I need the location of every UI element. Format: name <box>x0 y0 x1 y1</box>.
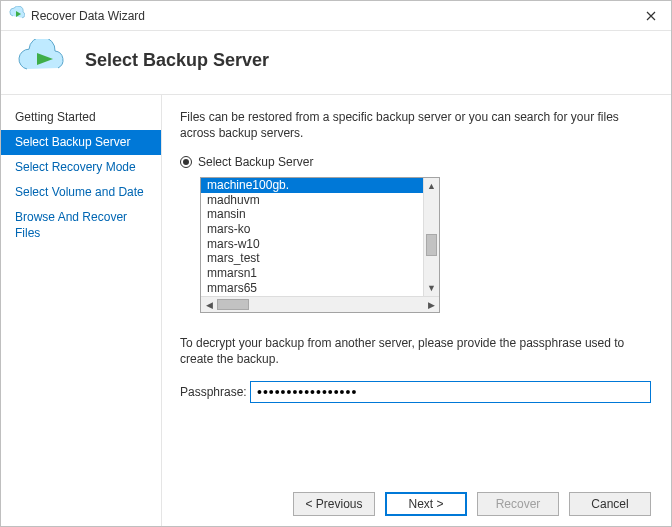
footer: < Previous Next > Recover Cancel <box>180 478 651 516</box>
body: Getting Started Select Backup Server Sel… <box>1 94 671 526</box>
header-icon <box>15 39 67 82</box>
app-icon <box>9 6 25 25</box>
server-list-item[interactable]: madhuvm <box>201 193 423 208</box>
sidebar-item-select-recovery-mode[interactable]: Select Recovery Mode <box>1 155 161 180</box>
previous-button[interactable]: < Previous <box>293 492 375 516</box>
close-icon <box>646 11 656 21</box>
titlebar-left: Recover Data Wizard <box>9 6 145 25</box>
passphrase-row: Passphrase: <box>180 381 651 403</box>
hscroll-track[interactable] <box>217 297 423 312</box>
page-title: Select Backup Server <box>85 50 269 71</box>
decrypt-note: To decrypt your backup from another serv… <box>180 335 651 367</box>
sidebar: Getting Started Select Backup Server Sel… <box>1 95 161 526</box>
scroll-thumb[interactable] <box>426 234 437 256</box>
header: Select Backup Server <box>1 31 671 94</box>
intro-text: Files can be restored from a specific ba… <box>180 109 651 141</box>
server-list-item[interactable]: mmars65 <box>201 281 423 296</box>
server-list-item[interactable]: machine100gb. <box>201 178 423 193</box>
server-list-item[interactable]: mars-ko <box>201 222 423 237</box>
server-list-item[interactable]: mars_test <box>201 251 423 266</box>
cancel-button[interactable]: Cancel <box>569 492 651 516</box>
close-button[interactable] <box>631 2 671 30</box>
scroll-track[interactable] <box>424 194 439 280</box>
horizontal-scrollbar[interactable]: ◀ ▶ <box>201 296 439 312</box>
server-list-item[interactable]: mars-w10 <box>201 237 423 252</box>
content: Files can be restored from a specific ba… <box>161 95 671 526</box>
vertical-scrollbar[interactable]: ▲ ▼ <box>423 178 439 296</box>
sidebar-item-select-backup-server[interactable]: Select Backup Server <box>1 130 161 155</box>
scroll-left-icon[interactable]: ◀ <box>201 297 217 312</box>
recover-button: Recover <box>477 492 559 516</box>
sidebar-item-browse-and-recover-files[interactable]: Browse And Recover Files <box>1 205 161 246</box>
server-list-item[interactable]: mmarsn1 <box>201 266 423 281</box>
scroll-right-icon[interactable]: ▶ <box>423 297 439 312</box>
sidebar-item-getting-started: Getting Started <box>1 105 161 130</box>
hscroll-thumb[interactable] <box>217 299 249 310</box>
next-button[interactable]: Next > <box>385 492 467 516</box>
select-backup-server-radio[interactable]: Select Backup Server <box>180 155 651 169</box>
server-list-item[interactable]: mansin <box>201 207 423 222</box>
radio-icon <box>180 156 192 168</box>
radio-label: Select Backup Server <box>198 155 313 169</box>
window-title: Recover Data Wizard <box>31 9 145 23</box>
titlebar: Recover Data Wizard <box>1 1 671 31</box>
sidebar-item-select-volume-and-date[interactable]: Select Volume and Date <box>1 180 161 205</box>
passphrase-input[interactable] <box>250 381 651 403</box>
scroll-up-icon[interactable]: ▲ <box>424 178 439 194</box>
passphrase-label: Passphrase: <box>180 385 242 399</box>
server-listbox[interactable]: machine100gb.madhuvmmansinmars-komars-w1… <box>200 177 440 313</box>
wizard-window: Recover Data Wizard Select Backup Server… <box>0 0 672 527</box>
scroll-down-icon[interactable]: ▼ <box>424 280 439 296</box>
